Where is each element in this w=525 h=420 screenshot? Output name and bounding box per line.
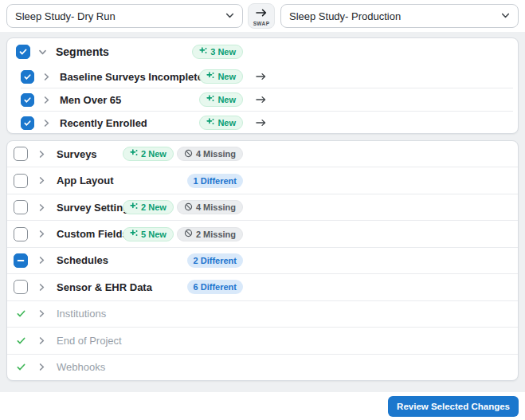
chevron-right-icon[interactable]: [34, 147, 49, 161]
section-checkbox[interactable]: [14, 174, 28, 188]
check-icon: [14, 333, 28, 347]
chevron-down-icon: [501, 10, 510, 22]
sparkle-plus-icon: [206, 118, 214, 128]
section-row-sensor-ehr-data[interactable]: Sensor & EHR Data 6 Different: [7, 273, 518, 300]
chevron-right-icon[interactable]: [34, 280, 49, 294]
section-row-schedules[interactable]: Schedules 2 Different: [7, 247, 518, 273]
arrow-right-icon[interactable]: [254, 92, 268, 107]
swap-button[interactable]: SWAP: [248, 3, 275, 29]
new-count-badge: 2 New: [123, 200, 174, 214]
segments-checkbox[interactable]: [16, 45, 30, 59]
section-checkbox[interactable]: [14, 147, 28, 161]
section-row-surveys[interactable]: Surveys 2 New 4 Missing: [7, 141, 518, 167]
different-count-badge: 6 Different: [187, 280, 243, 294]
arrow-right-icon: [256, 6, 268, 20]
section-row-survey-settings[interactable]: Survey Settings 2 New 4 Missing: [7, 194, 518, 220]
segment-badges: New: [199, 69, 243, 84]
ban-icon: [184, 229, 193, 239]
segment-label: Recently Enrolled: [60, 117, 147, 129]
badge-label: 2 Missing: [196, 230, 236, 239]
section-row-webhooks[interactable]: Webhooks: [7, 354, 518, 380]
section-badges: 1 Different: [187, 174, 243, 188]
section-badges: 2 New 4 Missing: [123, 147, 243, 161]
section-row-app-layout[interactable]: App Layout 1 Different: [7, 167, 518, 193]
sparkle-plus-icon: [199, 47, 207, 57]
section-checkbox[interactable]: [14, 227, 28, 241]
chevron-right-icon[interactable]: [34, 200, 49, 214]
badge-label: New: [217, 72, 236, 81]
segment-label: Baseline Surveys Incomplete: [60, 71, 203, 83]
badge-label: 5 New: [141, 230, 167, 239]
badge-label: 1 Different: [194, 176, 237, 186]
segment-label: Men Over 65: [60, 94, 121, 106]
check-icon: [14, 360, 28, 375]
section-label: Surveys: [57, 148, 97, 160]
segments-title: Segments: [56, 45, 109, 58]
chevron-right-icon[interactable]: [34, 227, 49, 241]
target-project-select[interactable]: Sleep Study- Production: [280, 4, 519, 28]
badge-label: 2 New: [141, 149, 167, 159]
badge-label: New: [217, 118, 236, 128]
section-checkbox-indeterminate[interactable]: [14, 253, 28, 268]
source-project-value: Sleep Study- Dry Run: [15, 10, 225, 22]
badge-label: 4 Missing: [196, 149, 236, 159]
segments-card: Segments 3 New Baseline Surveys Incomple…: [6, 37, 519, 134]
chevron-right-icon[interactable]: [39, 69, 53, 84]
different-count-badge: 2 Different: [187, 253, 243, 268]
sparkle-plus-icon: [130, 230, 138, 239]
chevron-right-icon[interactable]: [34, 360, 49, 375]
badge-label: 2 New: [141, 202, 167, 212]
arrow-right-icon[interactable]: [254, 69, 268, 84]
chevron-right-icon[interactable]: [34, 307, 49, 321]
section-label: Sensor & EHR Data: [57, 281, 152, 293]
sparkle-plus-icon: [130, 202, 138, 212]
chevron-right-icon[interactable]: [34, 253, 49, 268]
sections-card: Surveys 2 New 4 Missing App Layout 1 Dif…: [6, 140, 519, 381]
section-label: End of Project: [57, 335, 122, 347]
chevron-right-icon[interactable]: [34, 174, 49, 188]
new-count-badge: 5 New: [123, 227, 174, 241]
review-selected-changes-button[interactable]: Review Selected Changes: [388, 396, 519, 417]
chevron-down-icon: [225, 10, 234, 22]
swap-button-label: SWAP: [253, 21, 270, 26]
section-label: App Layout: [57, 175, 114, 186]
chevron-right-icon[interactable]: [39, 92, 53, 107]
segment-checkbox[interactable]: [21, 93, 34, 107]
ban-icon: [184, 202, 193, 213]
section-checkbox[interactable]: [14, 280, 28, 294]
segment-row[interactable]: Recently Enrolled New: [7, 112, 518, 134]
new-count-badge: 3 New: [192, 45, 243, 59]
segment-row[interactable]: Men Over 65 New: [7, 88, 518, 111]
new-badge: New: [199, 69, 243, 84]
sparkle-plus-icon: [206, 95, 214, 104]
badge-label: 3 New: [210, 47, 236, 57]
chevron-down-icon[interactable]: [35, 45, 49, 59]
different-count-badge: 1 Different: [187, 174, 243, 188]
arrow-right-icon[interactable]: [254, 116, 268, 130]
section-badges: 5 New 2 Missing: [123, 227, 243, 241]
section-label: Webhooks: [57, 361, 105, 373]
segments-header-row[interactable]: Segments 3 New: [7, 38, 518, 65]
section-label: Schedules: [57, 254, 108, 266]
missing-count-badge: 4 Missing: [177, 200, 243, 214]
segment-row[interactable]: Baseline Surveys Incomplete New: [7, 65, 518, 88]
segment-checkbox[interactable]: [21, 70, 34, 84]
section-row-custom-fields[interactable]: Custom Fields 5 New 2 Missing: [7, 220, 518, 246]
source-project-select[interactable]: Sleep Study- Dry Run: [6, 4, 243, 28]
badge-label: 2 Different: [194, 256, 237, 265]
section-badges: 2 Different: [187, 253, 243, 268]
chevron-right-icon[interactable]: [34, 333, 49, 347]
section-row-end-of-project[interactable]: End of Project: [7, 327, 518, 353]
missing-count-badge: 4 Missing: [177, 147, 243, 161]
segment-checkbox[interactable]: [21, 116, 34, 130]
footer-bar: Review Selected Changes: [0, 392, 525, 420]
segments-badges: 3 New: [192, 45, 243, 59]
new-badge: New: [199, 92, 243, 107]
section-checkbox[interactable]: [14, 200, 28, 214]
chevron-right-icon[interactable]: [39, 116, 53, 130]
badge-label: New: [217, 95, 236, 104]
section-row-institutions[interactable]: Institutions: [7, 300, 518, 327]
section-badges: 6 Different: [187, 280, 243, 294]
new-badge: New: [199, 116, 243, 130]
ban-icon: [184, 149, 193, 159]
